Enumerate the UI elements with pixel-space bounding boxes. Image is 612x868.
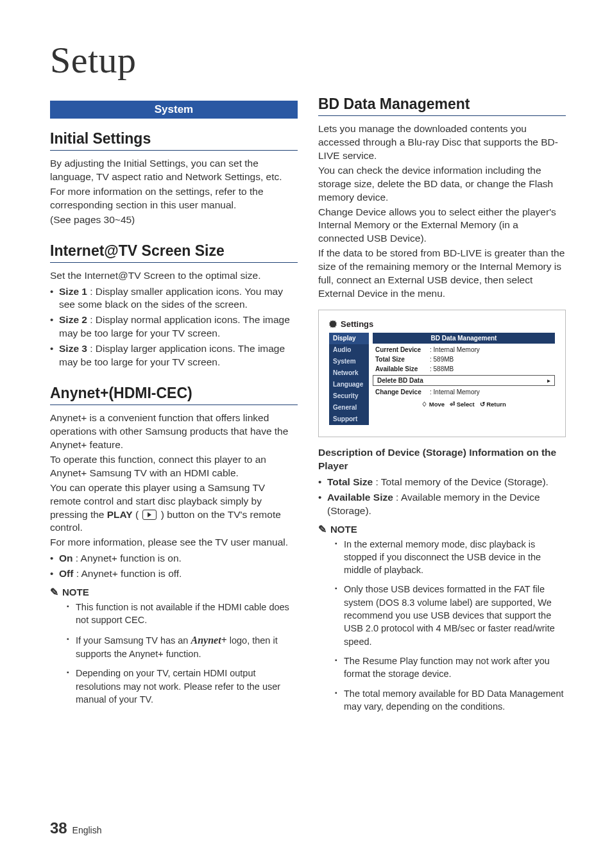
sidebar-item[interactable]: Support [329, 413, 369, 425]
text: If the data to be stored from BD-LIVE is… [318, 247, 566, 301]
footer-lang: English [72, 825, 102, 835]
settings-panel: Settings Display Audio System Network La… [318, 310, 566, 437]
heading-bd-data: BD Data Management [318, 96, 566, 113]
text: Lets you manage the downloaded contents … [318, 122, 566, 163]
settings-row: Available Size: 588MB [373, 364, 555, 374]
sidebar-item[interactable]: Language [329, 379, 369, 390]
text: You can check the device information inc… [318, 164, 566, 204]
note-icon: ✎ [50, 586, 58, 598]
desc-heading: Description of Device (Storage) Informat… [318, 446, 566, 473]
sidebar-item[interactable]: Audio [329, 344, 369, 356]
page-footer: 38 English [50, 819, 102, 837]
right-column: BD Data Management Lets you manage the d… [318, 94, 566, 719]
sidebar-item[interactable]: Display [329, 333, 369, 344]
text: For more information, please see the TV … [50, 536, 298, 549]
note-heading: ✎ NOTE [318, 523, 566, 535]
text: To operate this function, connect this p… [50, 453, 298, 480]
play-icon [142, 510, 157, 520]
sidebar-item[interactable]: Security [329, 390, 369, 402]
heading-internet-tv: Internet@TV Screen Size [50, 242, 298, 260]
note-item: In the external memory mode, disc playba… [335, 538, 566, 577]
note-item: Depending on your TV, certain HDMI outpu… [67, 667, 298, 706]
settings-row: Current Device: Internal Memory [373, 345, 555, 355]
note-item: The total memory available for BD Data M… [335, 687, 566, 714]
text: You can operate this player using a Sams… [50, 481, 298, 535]
page-number: 38 [50, 819, 67, 837]
note-icon: ✎ [318, 523, 327, 535]
settings-row-selected[interactable]: Delete BD Data ▸ [373, 375, 555, 386]
settings-main: BD Data Management Current Device: Inter… [373, 333, 555, 425]
settings-title: Settings [329, 319, 555, 329]
anynet-logo: Anynet+ [191, 635, 226, 646]
move-icon: ♢ [421, 401, 427, 408]
note-item: This function is not available if the HD… [67, 601, 298, 627]
select-icon: ⏎ [450, 401, 455, 408]
heading-anynet: Anynet+(HDMI-CEC) [50, 385, 298, 402]
note-item: If your Samsung TV has an Anynet+ logo, … [67, 633, 298, 661]
left-column: System Initial Settings By adjusting the… [50, 94, 298, 719]
sidebar-item[interactable]: Network [329, 367, 369, 379]
settings-sidebar: Display Audio System Network Language Se… [329, 333, 369, 425]
text: By adjusting the Initial Settings, you c… [50, 157, 298, 184]
sidebar-item[interactable]: General [329, 402, 369, 413]
text: For more information on the settings, re… [50, 185, 298, 212]
sidebar-item[interactable]: System [329, 356, 369, 367]
chevron-right-icon: ▸ [547, 377, 550, 384]
return-icon: ↺ [480, 401, 485, 408]
page-title: Setup [50, 38, 566, 81]
list-item: Size 3 : Display larger application icon… [50, 342, 298, 369]
note-item: Only those USB devices formatted in the … [335, 583, 566, 647]
list-item: Available Size : Available memory in the… [318, 491, 566, 518]
text: Anynet+ is a convenient function that of… [50, 412, 298, 452]
section-band-system: System [50, 101, 298, 119]
settings-footer: ♢ Move ⏎ Select ↺ Return [373, 397, 555, 408]
list-item: On : Anynet+ function is on. [50, 552, 298, 565]
settings-row: Total Size: 589MB [373, 355, 555, 364]
note-heading: ✎ NOTE [50, 586, 298, 598]
heading-initial-settings: Initial Settings [50, 130, 298, 147]
list-item: Off : Anynet+ function is off. [50, 567, 298, 581]
text: (See pages 30~45) [50, 213, 298, 227]
list-item: Size 1 : Display smaller application ico… [50, 285, 298, 312]
text: Change Device allows you to select eithe… [318, 206, 566, 246]
list-item: Total Size : Total memory of the Device … [318, 476, 566, 489]
note-item: The Resume Play function may not work af… [335, 655, 566, 681]
list-item: Size 2 : Display normal application icon… [50, 313, 298, 340]
settings-row[interactable]: Change Device: Internal Memory [373, 387, 555, 397]
settings-main-hd: BD Data Management [373, 333, 555, 344]
gear-icon [329, 320, 337, 328]
text: Set the Internet@TV Screen to the optima… [50, 269, 298, 283]
